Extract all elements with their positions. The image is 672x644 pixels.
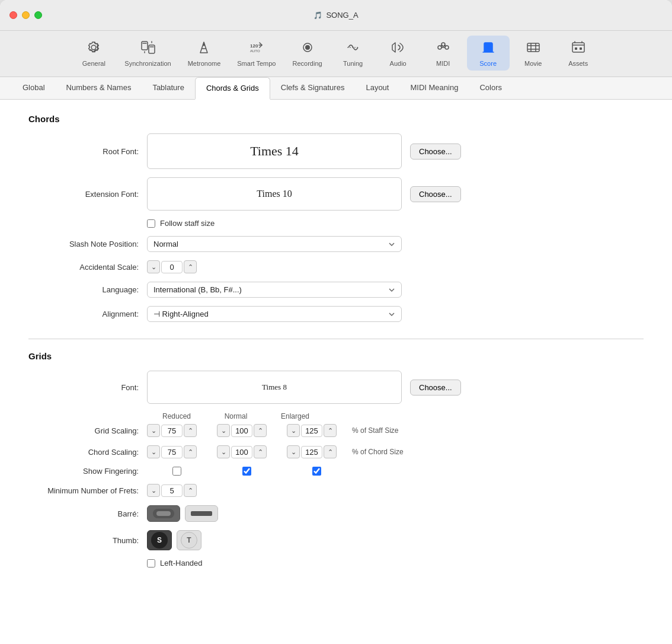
extension-font-choose-button[interactable]: Choose...: [410, 186, 461, 202]
barre-label: Barré:: [28, 509, 147, 518]
chord-scaling-normal-val: 100: [231, 446, 252, 458]
toolbar-item-audio[interactable]: Audio: [377, 36, 420, 71]
show-fingering-row: Show Fingering:: [28, 467, 644, 476]
grid-scaling-reduced-down[interactable]: ⌄: [147, 424, 160, 437]
show-fingering-normal-checkbox[interactable]: [242, 467, 251, 476]
thumb-rect-icon: T: [181, 532, 197, 549]
barre-symbol1-button[interactable]: [147, 505, 180, 522]
close-button[interactable]: [9, 11, 17, 19]
toolbar-item-synchronization[interactable]: Synchronization: [117, 36, 178, 71]
thumb-symbol1-button[interactable]: S: [147, 530, 172, 550]
score-icon: [480, 39, 497, 58]
toolbar-item-smart-tempo[interactable]: 120 AUTO Smart Tempo: [230, 36, 283, 71]
chords-section-title: Chords: [28, 114, 644, 124]
toolbar-item-midi[interactable]: MIDI: [422, 36, 465, 71]
grid-scaling-reduced-val: 75: [161, 425, 183, 437]
maximize-button[interactable]: [34, 11, 42, 19]
thumb-circle-icon: S: [151, 532, 168, 549]
root-font-choose-button[interactable]: Choose...: [410, 144, 461, 160]
chord-scaling-enlarged-up[interactable]: ⌃: [324, 445, 337, 458]
grid-scaling-suffix: % of Staff Size: [352, 426, 399, 435]
thumb-label: Thumb:: [28, 536, 147, 545]
minimize-button[interactable]: [22, 11, 30, 19]
toolbar-item-score[interactable]: Score: [467, 36, 510, 71]
chord-scaling-suffix: % of Chord Size: [352, 448, 404, 456]
movie-icon: [525, 39, 542, 58]
language-select[interactable]: International (B, Bb, F#...) German (H, …: [147, 282, 402, 298]
min-frets-value: 5: [161, 484, 183, 497]
toolbar-label-audio: Audio: [390, 60, 407, 67]
toolbar: General Synchronization: [0, 31, 672, 77]
tab-clefs-signatures[interactable]: Clefs & Signatures: [270, 77, 356, 99]
tuning-icon: [345, 39, 361, 58]
thumb-symbol2-button[interactable]: T: [177, 530, 201, 550]
alignment-select[interactable]: ⊣ Right-Aligned Left-Aligned Centered: [147, 306, 402, 322]
chord-scaling-enlarged-val: 125: [301, 446, 322, 458]
tab-colors[interactable]: Colors: [469, 77, 513, 99]
titlebar: 🎵 SONG_A: [0, 0, 672, 31]
grid-scaling-enlarged-val: 125: [301, 425, 322, 437]
tab-chords-grids[interactable]: Chords & Grids: [195, 77, 270, 100]
barre-symbol1-icon: [152, 508, 175, 519]
barre-symbol2-icon: [190, 508, 213, 519]
tab-tablature[interactable]: Tablature: [142, 77, 194, 99]
alignment-row: Alignment: ⊣ Right-Aligned Left-Aligned …: [28, 306, 644, 322]
show-fingering-label: Show Fingering:: [28, 467, 147, 476]
extension-font-row: Extension Font: Times 10 Choose...: [28, 177, 644, 211]
grid-scaling-normal-up[interactable]: ⌃: [254, 424, 267, 437]
tab-midi-meaning[interactable]: MIDI Meaning: [399, 77, 469, 99]
grids-font-choose-button[interactable]: Choose...: [410, 380, 461, 396]
grid-scaling-enlarged-down[interactable]: ⌄: [287, 424, 300, 437]
tab-global[interactable]: Global: [12, 77, 56, 99]
toolbar-item-movie[interactable]: Movie: [512, 36, 555, 71]
svg-text:120: 120: [250, 43, 258, 49]
midi-icon: [435, 39, 452, 58]
language-label: Language:: [28, 285, 147, 294]
toolbar-item-metronome[interactable]: Metronome: [181, 36, 228, 71]
show-fingering-reduced-checkbox[interactable]: [172, 467, 181, 476]
min-frets-down[interactable]: ⌄: [147, 484, 160, 497]
sync-icon: [140, 39, 156, 58]
chord-scaling-label: Chord Scaling:: [28, 448, 147, 457]
assets-icon: [570, 39, 587, 58]
extension-font-label: Extension Font:: [28, 190, 147, 199]
toolbar-item-general[interactable]: General: [72, 36, 115, 71]
grid-scaling-reduced-up[interactable]: ⌃: [184, 424, 197, 437]
main-window: 🎵 SONG_A General: [0, 0, 672, 644]
svg-text:AUTO: AUTO: [250, 49, 260, 53]
chord-scaling-reduced-stepper: ⌄ 75 ⌃: [147, 445, 206, 458]
alignment-label: Alignment:: [28, 310, 147, 318]
chord-scaling-reduced-down[interactable]: ⌄: [147, 445, 160, 458]
toolbar-item-tuning[interactable]: Tuning: [332, 36, 375, 71]
show-fingering-enlarged-checkbox[interactable]: [312, 467, 321, 476]
thumb-row: Thumb: S T: [28, 530, 644, 550]
chord-scaling-reduced-up[interactable]: ⌃: [184, 445, 197, 458]
chord-scaling-normal-up[interactable]: ⌃: [254, 445, 267, 458]
grids-section-title: Grids: [28, 351, 644, 361]
tabbar: Global Numbers & Names Tablature Chords …: [0, 77, 672, 100]
barre-symbol2-button[interactable]: [185, 505, 218, 522]
chord-scaling-normal-down[interactable]: ⌄: [217, 445, 230, 458]
chord-scaling-enlarged-down[interactable]: ⌄: [287, 445, 300, 458]
show-fingering-normal-item: [217, 467, 276, 476]
chord-scaling-reduced-val: 75: [161, 446, 183, 458]
grid-scaling-normal-down[interactable]: ⌄: [217, 424, 230, 437]
follow-staff-size-checkbox[interactable]: [147, 219, 155, 228]
slash-note-select[interactable]: Normal Above Below: [147, 236, 402, 252]
tab-layout[interactable]: Layout: [355, 77, 399, 99]
toolbar-item-recording[interactable]: Recording: [286, 36, 329, 71]
min-frets-row: Minimum Number of Frets: ⌄ 5 ⌃: [28, 484, 644, 497]
left-handed-checkbox[interactable]: [147, 559, 155, 568]
follow-staff-size-row: Follow staff size: [147, 219, 644, 228]
accidental-scale-down[interactable]: ⌄: [147, 260, 160, 273]
toolbar-item-assets[interactable]: Assets: [557, 36, 600, 71]
toolbar-label-tuning: Tuning: [343, 60, 363, 67]
grid-scaling-enlarged-up[interactable]: ⌃: [324, 424, 337, 437]
svg-point-6: [305, 45, 310, 50]
svg-rect-0: [142, 42, 148, 50]
min-frets-up[interactable]: ⌃: [184, 484, 197, 497]
svg-rect-14: [580, 47, 582, 50]
accidental-scale-stepper: ⌄ 0 ⌃: [147, 260, 197, 273]
accidental-scale-up[interactable]: ⌃: [184, 260, 197, 273]
tab-numbers-names[interactable]: Numbers & Names: [56, 77, 142, 99]
